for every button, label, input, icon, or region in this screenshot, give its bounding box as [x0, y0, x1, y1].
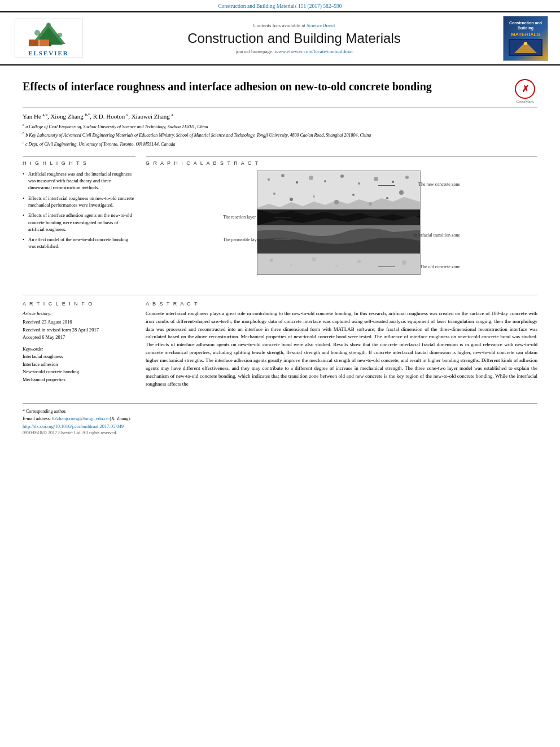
abstract-text: Concrete interfacial roughness plays a g… — [146, 310, 537, 388]
accepted-date: Accepted 6 May 2017 — [23, 334, 135, 342]
svg-point-44 — [402, 260, 406, 265]
label-new-concrete: The new concrete zone — [418, 182, 460, 187]
keywords-label: Keywords: — [23, 346, 135, 352]
abstract-column: A B S T R A C T Concrete interfacial rou… — [146, 301, 537, 388]
crossmark-label: CrossMark — [516, 99, 533, 104]
article-info-heading: A R T I C L E I N F O — [23, 301, 135, 307]
svg-point-14 — [268, 178, 270, 181]
highlight-item-3: Effects of interface adhesion agents on … — [23, 212, 135, 236]
journal-info-center: Contents lists available at ScienceDirec… — [88, 23, 500, 54]
figure-box — [257, 171, 421, 275]
svg-point-4 — [58, 33, 62, 37]
svg-point-40 — [312, 257, 316, 261]
journal-cover-image: Construction and Building MATERIALS — [503, 16, 548, 61]
crossmark-circle: ✗ — [515, 79, 535, 99]
abstract-figure: The new concrete zone The reaction layer… — [223, 171, 460, 289]
line-old-concrete — [378, 267, 395, 267]
highlight-item-2: Effects of interfacial roughness on new-… — [23, 195, 135, 212]
new-concrete-area — [257, 171, 420, 211]
elsevier-tree-icon — [20, 20, 77, 49]
email-line: E-mail address: 82zhangxiong@tongji.edu.… — [23, 415, 537, 422]
reaction-layer — [257, 209, 420, 225]
svg-point-19 — [340, 174, 344, 178]
doi-link[interactable]: http://dx.doi.org/10.1016/j.conbuildmat.… — [23, 423, 537, 429]
line-reaction-layer — [274, 217, 291, 217]
label-reaction-layer: The reaction layer — [223, 215, 256, 220]
highlight-item-4: An effect model of the new-to-old concre… — [23, 236, 135, 254]
main-content: Effects of interface roughness and inter… — [0, 65, 560, 394]
article-title: Effects of interface roughness and inter… — [23, 79, 513, 94]
journal-link-bar: Construction and Building Materials 151 … — [0, 0, 560, 11]
article-info-column: A R T I C L E I N F O Article history: R… — [23, 301, 135, 388]
journal-homepage-url[interactable]: www.elsevier.com/locate/conbuildmat — [275, 49, 353, 54]
keyword-1: Interfacial roughness — [23, 353, 135, 361]
crossmark-icon: ✗ — [522, 84, 529, 94]
svg-rect-37 — [257, 254, 421, 275]
highlights-heading: H I G H L I G H T S — [23, 160, 135, 166]
graphical-abstract-figure-area: The new concrete zone The reaction layer… — [146, 171, 537, 289]
journal-cover-area: Construction and Building MATERIALS — [500, 16, 551, 61]
graphical-abstract-heading: G R A P H I C A L A B S T R A C T — [146, 160, 537, 166]
svg-point-16 — [296, 181, 298, 184]
keyword-3: New-to-old concrete bonding — [23, 368, 135, 376]
svg-point-18 — [324, 180, 326, 182]
keyword-4: Mechanical properties — [23, 376, 135, 384]
svg-point-3 — [34, 30, 40, 36]
elsevier-text: ELSEVIER — [28, 50, 69, 56]
affiliations: a a College of Civil Engineering, Suzhou… — [23, 122, 537, 148]
label-old-concrete: The old concrete zone — [420, 264, 460, 269]
old-concrete-area — [257, 254, 420, 275]
svg-point-30 — [386, 197, 388, 199]
line-new-concrete — [378, 185, 395, 186]
label-permeable-layer: The permeable layer — [223, 237, 260, 242]
svg-point-20 — [358, 182, 360, 185]
received-date: Received 23 August 2016 — [23, 318, 135, 326]
elsevier-logo-area: ELSEVIER — [9, 19, 88, 58]
svg-point-41 — [335, 265, 338, 267]
svg-point-5 — [46, 23, 51, 27]
journal-homepage: journal homepage: www.elsevier.com/locat… — [94, 49, 495, 54]
svg-point-17 — [309, 176, 313, 180]
sciencedirect-line: Contents lists available at ScienceDirec… — [94, 23, 495, 28]
article-info-abstract-section: A R T I C L E I N F O Article history: R… — [23, 295, 537, 388]
svg-point-39 — [290, 264, 292, 266]
keywords-list: Interfacial roughness Interface adhesion… — [23, 353, 135, 383]
journal-header: ELSEVIER Contents lists available at Sci… — [0, 11, 560, 65]
svg-point-24 — [273, 193, 275, 195]
abstract-heading: A B S T R A C T — [146, 301, 537, 307]
line-interfacial — [378, 235, 395, 235]
copyright-notice: 0950-0618/© 2017 Elsevier Ltd. All right… — [23, 430, 537, 435]
crossmark-badge: ✗ CrossMark — [513, 79, 537, 104]
elsevier-logo: ELSEVIER — [15, 19, 82, 58]
footer: * Corresponding author. E-mail address: … — [23, 403, 537, 439]
affiliation-a: a a College of Civil Engineering, Suzhou… — [23, 122, 537, 130]
highlight-item-1: Artificial roughness was and the interfa… — [23, 171, 135, 195]
svg-point-38 — [270, 259, 273, 262]
graphical-abstract-column: G R A P H I C A L A B S T R A C T — [146, 156, 537, 289]
highlights-graphical-section: H I G H L I G H T S Artificial roughness… — [23, 151, 537, 295]
authors-section: Yan He a,b, Xiong Zhang b,*, R.D. Hooton… — [23, 108, 537, 151]
cover-title: Construction and Building — [506, 21, 545, 30]
keyword-2: Interface adhesion — [23, 361, 135, 369]
journal-citation: Construction and Building Materials 151 … — [218, 3, 342, 9]
svg-point-31 — [399, 190, 404, 195]
affiliation-b: b b Key Laboratory of Advanced Civil Eng… — [23, 130, 537, 139]
svg-point-26 — [313, 195, 315, 198]
author-email[interactable]: 82zhangxiong@tongji.edu.cn — [52, 416, 108, 421]
article-history: Article history: Received 23 August 2016… — [23, 310, 135, 342]
history-label: Article history: — [23, 310, 135, 318]
keywords-section: Keywords: Interfacial roughness Interfac… — [23, 346, 135, 383]
article-title-section: Effects of interface roughness and inter… — [23, 71, 537, 108]
svg-point-15 — [281, 174, 285, 177]
page: Construction and Building Materials 151 … — [0, 0, 560, 747]
svg-point-23 — [405, 176, 409, 179]
svg-rect-6 — [29, 40, 39, 46]
svg-point-25 — [290, 198, 293, 201]
corresponding-author-note: * Corresponding author. — [23, 408, 537, 415]
label-interfacial: Interfacial transition zone — [414, 233, 460, 238]
sciencedirect-link[interactable]: ScienceDirect — [307, 23, 335, 28]
svg-point-28 — [352, 194, 355, 196]
svg-rect-7 — [39, 40, 49, 46]
svg-point-22 — [392, 181, 394, 183]
authors-line: Yan He a,b, Xiong Zhang b,*, R.D. Hooton… — [23, 112, 537, 120]
